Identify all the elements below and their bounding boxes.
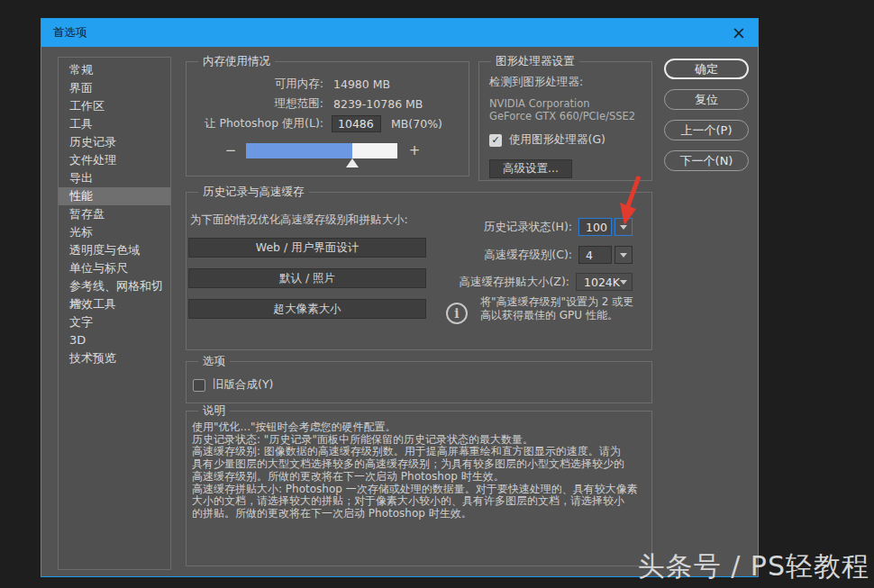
description-text: 使用"优化..."按钮时会考虑您的硬件配置。 历史记录状态: "历史记录"面板中… — [192, 421, 648, 520]
preset-huge-pixel-button[interactable]: 超大像素大小 — [188, 299, 426, 319]
close-icon[interactable]: × — [732, 24, 746, 41]
sidebar-item-history-log[interactable]: 历史记录 — [59, 133, 170, 151]
memory-usage-section: 内存使用情况 可用内存: 14980 MB 理想范围: 8239-10786 M… — [186, 61, 469, 176]
sidebar-item-cursors[interactable]: 光标 — [59, 223, 170, 241]
cache-levels-dropdown-button[interactable] — [615, 246, 633, 264]
legacy-compositing-checkbox[interactable] — [193, 379, 205, 392]
chevron-down-icon — [620, 253, 627, 258]
advanced-settings-button[interactable]: 高级设置... — [489, 159, 572, 178]
sidebar-item-workspace[interactable]: 工作区 — [59, 97, 170, 115]
sidebar-item-tools[interactable]: 工具 — [59, 115, 170, 133]
memory-slider-fill — [246, 143, 352, 158]
history-states-field[interactable]: 100 — [578, 218, 612, 236]
gpu-performance-tip: 将"高速缓存级别"设置为 2 或更 高以获得最佳的 GPU 性能。 — [480, 295, 647, 322]
history-states-label: 历史记录状态(H): — [484, 220, 572, 235]
check-icon: ✓ — [491, 135, 499, 145]
reset-button[interactable]: 复位 — [664, 89, 749, 110]
preferences-dialog: 首选项 × 常规 界面 工作区 工具 历史记录 文件处理 导出 性能 暂存盘 光… — [41, 18, 759, 577]
sidebar-item-interface[interactable]: 界面 — [59, 79, 170, 97]
sidebar-item-plugins[interactable]: 增效工具 — [59, 295, 170, 313]
history-cache-section: 历史记录与高速缓存 为下面的情况优化高速缓存级别和拼贴大小: Web / 用户界… — [186, 192, 652, 350]
history-cache-section-title: 历史记录与高速缓存 — [198, 185, 309, 200]
dialog-titlebar[interactable]: 首选项 × — [41, 19, 758, 47]
description-section: 说明 使用"优化..."按钮时会考虑您的硬件配置。 历史记录状态: "历史记录"… — [186, 411, 652, 566]
sidebar-item-type[interactable]: 文字 — [59, 313, 170, 331]
gpu-vendor: NVIDIA Corporation — [489, 97, 642, 110]
available-ram-label: 可用内存: — [187, 77, 323, 92]
memory-unit-percent: MB(70%) — [391, 117, 442, 131]
sidebar-item-guides-grid-slices[interactable]: 参考线、网格和切片 — [59, 277, 170, 295]
use-gpu-label: 使用图形处理器(G) — [509, 132, 605, 148]
cache-levels-field[interactable]: 4 — [578, 246, 612, 264]
watermark-text: 头条号 / PS轻教程 — [638, 548, 869, 585]
sidebar-item-units-rulers[interactable]: 单位与标尺 — [59, 259, 170, 277]
sidebar-item-3d[interactable]: 3D — [59, 331, 170, 349]
memory-section-title: 内存使用情况 — [198, 54, 275, 69]
next-button[interactable]: 下一个(N) — [664, 150, 749, 171]
sidebar-item-transparency-gamut[interactable]: 透明度与色域 — [59, 241, 170, 259]
memory-slider[interactable] — [246, 143, 397, 158]
gpu-settings-section: 图形处理器设置 检测到图形处理器: NVIDIA Corporation GeF… — [478, 61, 652, 181]
chevron-down-icon — [620, 280, 627, 285]
memory-decrease-button[interactable]: − — [224, 142, 237, 158]
cache-tile-size-label: 高速缓存拼贴大小(Z): — [459, 275, 569, 290]
description-section-title: 说明 — [198, 403, 230, 419]
sidebar: 常规 界面 工作区 工具 历史记录 文件处理 导出 性能 暂存盘 光标 透明度与… — [58, 57, 171, 570]
memory-amount-input[interactable] — [332, 115, 381, 132]
memory-increase-button[interactable]: + — [408, 142, 421, 158]
prev-button[interactable]: 上一个(P) — [664, 120, 749, 140]
info-icon: i — [446, 303, 468, 324]
gpu-model: GeForce GTX 660/PCIe/SSE2 — [489, 110, 642, 122]
let-photoshop-use-label: 让 Photoshop 使用(L): — [187, 116, 323, 131]
options-section: 选项 旧版合成(Y) — [186, 361, 652, 403]
use-gpu-checkbox[interactable]: ✓ — [489, 134, 502, 147]
ideal-range-value: 8239-10786 MB — [333, 97, 423, 111]
sidebar-item-export[interactable]: 导出 — [59, 169, 170, 187]
cache-levels-label: 高速缓存级别(C): — [484, 248, 572, 263]
memory-slider-thumb[interactable] — [346, 158, 359, 167]
sidebar-item-scratch-disks[interactable]: 暂存盘 — [59, 205, 170, 223]
gpu-detected-label: 检测到图形处理器: — [489, 75, 642, 90]
options-section-title: 选项 — [198, 354, 230, 369]
red-annotation-arrow-icon — [609, 174, 649, 231]
available-ram-value: 14980 MB — [333, 77, 390, 91]
legacy-compositing-label: 旧版合成(Y) — [213, 377, 273, 393]
sidebar-item-performance[interactable]: 性能 — [59, 187, 170, 205]
sidebar-item-file-handling[interactable]: 文件处理 — [59, 151, 170, 169]
ok-button[interactable]: 确定 — [664, 59, 749, 79]
dialog-title: 首选项 — [53, 25, 87, 41]
sidebar-item-general[interactable]: 常规 — [59, 61, 170, 79]
ideal-range-label: 理想范围: — [187, 96, 323, 112]
sidebar-item-tech-preview[interactable]: 技术预览 — [59, 349, 170, 367]
cache-tile-size-dropdown[interactable]: 1024K — [576, 273, 633, 291]
gpu-section-title: 图形处理器设置 — [491, 54, 579, 69]
